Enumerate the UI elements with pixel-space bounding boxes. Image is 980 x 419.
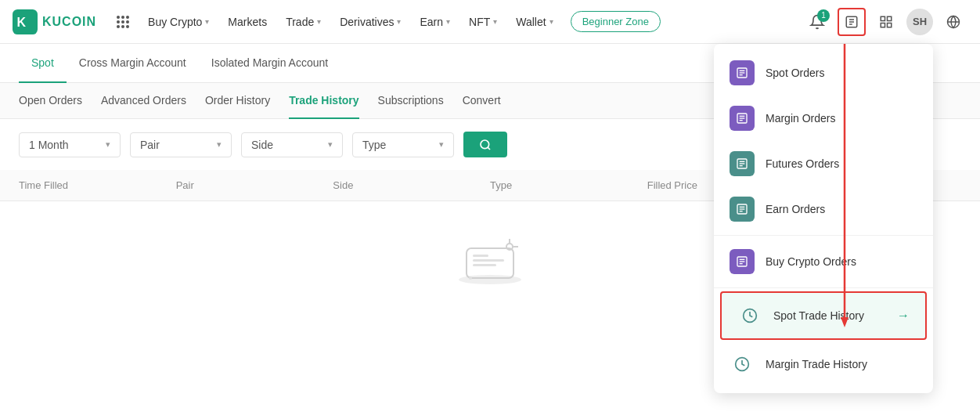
side-filter[interactable]: Side ▾ [241, 132, 343, 157]
svg-point-10 [126, 25, 129, 28]
dropdown-item-spot-orders[interactable]: Spot Orders [714, 50, 933, 96]
period-filter[interactable]: 1 Month ▾ [19, 132, 121, 157]
chevron-down-icon: ▾ [328, 139, 333, 150]
chevron-down-icon: ▾ [549, 17, 553, 26]
earn-orders-icon [730, 197, 755, 222]
svg-point-2 [117, 16, 120, 19]
chevron-down-icon: ▾ [493, 17, 497, 26]
orders-icon-button[interactable] [838, 8, 866, 36]
svg-point-9 [121, 25, 124, 28]
tab-spot[interactable]: Spot [19, 44, 67, 83]
tab-trade-history[interactable]: Trade History [289, 83, 358, 119]
nav-item-earn[interactable]: Earn ▾ [412, 11, 458, 33]
svg-rect-18 [888, 23, 892, 27]
svg-point-6 [121, 20, 124, 23]
globe-icon [946, 15, 960, 29]
futures-orders-icon [730, 151, 755, 176]
nav-item-markets[interactable]: Markets [220, 11, 275, 33]
dropdown-item-buy-crypto-orders[interactable]: Buy Crypto Orders [714, 239, 933, 284]
kucoin-logo: K [13, 9, 38, 34]
notification-badge: 1 [817, 9, 830, 22]
notification-button[interactable]: 1 [803, 8, 831, 36]
chevron-down-icon: ▾ [439, 139, 444, 150]
language-button[interactable] [939, 8, 967, 36]
dropdown-item-spot-trade-history[interactable]: Spot Trade History → [720, 291, 927, 340]
chevron-down-icon: ▾ [446, 17, 450, 26]
empty-illustration [451, 233, 529, 287]
svg-rect-25 [473, 255, 488, 257]
chevron-down-icon: ▾ [205, 17, 209, 26]
dropdown-item-margin-orders[interactable]: Margin Orders [714, 96, 933, 141]
chevron-down-icon: ▾ [317, 17, 321, 26]
chevron-down-icon: ▾ [106, 139, 110, 150]
col-time-filled: Time Filled [19, 179, 176, 191]
nav-items: Buy Crypto ▾ Markets Trade ▾ Derivatives… [140, 11, 803, 33]
logo-text: KUCOIN [42, 15, 96, 29]
tab-advanced-orders[interactable]: Advanced Orders [101, 83, 186, 119]
tab-cross-margin[interactable]: Cross Margin Account [67, 44, 199, 83]
svg-rect-27 [473, 264, 496, 266]
margin-orders-icon [730, 106, 755, 131]
chevron-down-icon: ▾ [397, 17, 401, 26]
svg-rect-16 [888, 16, 892, 20]
svg-point-7 [126, 20, 129, 23]
svg-point-3 [121, 16, 124, 19]
col-type: Type [490, 179, 647, 191]
search-button[interactable] [463, 132, 507, 157]
nav-item-buy-crypto[interactable]: Buy Crypto ▾ [140, 11, 217, 33]
layout-icon-button[interactable] [872, 8, 900, 36]
svg-text:K: K [17, 16, 27, 29]
dropdown-menu: Spot Orders Margin Orders Futures Orders [714, 44, 933, 393]
tab-convert[interactable]: Convert [463, 83, 501, 119]
col-side: Side [333, 179, 490, 191]
search-icon [479, 139, 492, 151]
grid-menu-button[interactable] [112, 11, 134, 33]
orders-icon [845, 15, 859, 29]
navbar-right: 1 SH [803, 8, 967, 36]
nav-item-wallet[interactable]: Wallet ▾ [508, 11, 560, 33]
arrow-right-icon: → [897, 309, 910, 323]
col-pair: Pair [176, 179, 333, 191]
logo[interactable]: K KUCOIN [13, 9, 96, 34]
svg-point-30 [469, 276, 472, 280]
tab-open-orders[interactable]: Open Orders [19, 83, 82, 119]
svg-point-8 [117, 25, 120, 28]
buy-crypto-orders-icon [730, 249, 755, 274]
pair-filter[interactable]: Pair ▾ [130, 132, 232, 157]
svg-point-21 [481, 140, 489, 149]
nav-item-nft[interactable]: NFT ▾ [461, 11, 505, 33]
spot-trade-history-icon [737, 303, 762, 328]
layout-icon [879, 15, 893, 29]
svg-point-4 [126, 16, 129, 19]
chevron-down-icon: ▾ [217, 139, 222, 150]
spot-orders-icon [730, 60, 755, 85]
navbar: K KUCOIN Buy Crypto ▾ Markets Trade ▾ De… [0, 0, 980, 44]
dropdown-item-margin-trade-history[interactable]: Margin Trade History [714, 341, 933, 387]
svg-rect-17 [881, 23, 885, 27]
dropdown-item-earn-orders[interactable]: Earn Orders [714, 186, 933, 232]
svg-rect-15 [881, 16, 885, 20]
beginner-zone-button[interactable]: Beginner Zone [571, 11, 661, 32]
tab-isolated-margin[interactable]: Isolated Margin Account [199, 44, 340, 83]
svg-point-5 [117, 20, 120, 23]
menu-divider [714, 235, 933, 236]
tab-subscriptions[interactable]: Subscriptions [378, 83, 444, 119]
avatar[interactable]: SH [906, 9, 933, 35]
menu-divider-2 [714, 287, 933, 288]
tab-order-history[interactable]: Order History [205, 83, 270, 119]
svg-rect-26 [473, 259, 504, 262]
nav-item-derivatives[interactable]: Derivatives ▾ [332, 11, 409, 33]
margin-trade-history-icon [730, 352, 755, 377]
grid-icon [115, 14, 131, 30]
svg-rect-24 [467, 248, 513, 278]
svg-line-22 [488, 147, 490, 150]
type-filter[interactable]: Type ▾ [352, 132, 454, 157]
nav-item-trade[interactable]: Trade ▾ [278, 11, 329, 33]
dropdown-item-futures-orders[interactable]: Futures Orders [714, 141, 933, 186]
